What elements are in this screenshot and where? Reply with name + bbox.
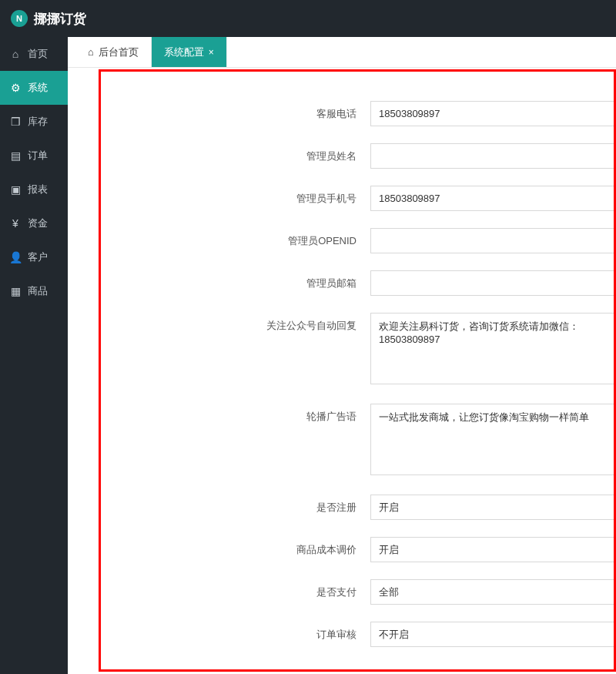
sidebar-icon: 👤 xyxy=(9,251,22,263)
field-input[interactable] xyxy=(370,537,614,562)
field-wrap xyxy=(370,495,614,520)
field-label: 商品成本调价 xyxy=(101,537,370,557)
topbar: N 挪挪订货 xyxy=(0,0,616,37)
tab-label: 后台首页 xyxy=(99,45,139,59)
close-icon[interactable]: × xyxy=(209,47,214,58)
form-row: 商品成本调价 xyxy=(101,537,614,562)
field-wrap xyxy=(370,270,614,296)
sidebar-item-1[interactable]: ⚙系统 xyxy=(0,71,68,105)
form-row: 管理员OPENID xyxy=(101,228,614,253)
logo-icon: N xyxy=(11,10,28,27)
sidebar-item-5[interactable]: ¥资金 xyxy=(0,206,68,240)
field-label: 管理员姓名 xyxy=(101,143,370,163)
sidebar-item-label: 商品 xyxy=(28,284,48,298)
field-wrap xyxy=(370,228,614,253)
home-icon: ⌂ xyxy=(88,46,94,58)
sidebar-item-label: 订单 xyxy=(28,149,48,163)
form-row: 管理员邮箱 xyxy=(101,270,614,296)
field-input[interactable] xyxy=(370,143,614,169)
tab-0[interactable]: ⌂后台首页 xyxy=(75,37,152,67)
field-input[interactable] xyxy=(370,622,614,647)
field-input[interactable] xyxy=(370,495,614,520)
field-input[interactable] xyxy=(370,579,614,605)
field-wrap xyxy=(370,622,614,647)
app-name: 挪挪订货 xyxy=(34,10,86,28)
field-wrap xyxy=(370,101,614,126)
sidebar-item-label: 客户 xyxy=(28,250,48,264)
tab-1[interactable]: 系统配置× xyxy=(152,37,227,67)
field-label: 轮播广告语 xyxy=(101,404,370,424)
sidebar-icon: ¥ xyxy=(9,217,22,230)
sidebar-icon: ⌂ xyxy=(9,48,22,60)
field-wrap xyxy=(370,313,614,387)
form-row: 是否注册 xyxy=(101,495,614,520)
field-label: 客服电话 xyxy=(101,101,370,121)
field-label: 是否注册 xyxy=(101,495,370,515)
field-input[interactable] xyxy=(370,186,614,211)
brand: N 挪挪订货 xyxy=(11,10,86,28)
form-row: 是否支付 xyxy=(101,579,614,605)
tab-bar: ⌂后台首页系统配置× xyxy=(68,37,616,68)
field-wrap xyxy=(370,404,614,478)
field-input[interactable] xyxy=(370,228,614,253)
field-wrap xyxy=(370,143,614,169)
sidebar-item-4[interactable]: ▣报表 xyxy=(0,173,68,206)
sidebar-item-label: 首页 xyxy=(28,47,48,61)
field-wrap xyxy=(370,579,614,605)
sidebar: ⌂首页⚙系统❒库存▤订单▣报表¥资金👤客户▦商品 xyxy=(0,37,68,674)
content: ⌂后台首页系统配置× 客服电话管理员姓名管理员手机号管理员OPENID管理员邮箱… xyxy=(68,37,616,674)
tab-label: 系统配置 xyxy=(164,45,204,59)
sidebar-item-3[interactable]: ▤订单 xyxy=(0,139,68,173)
sidebar-icon: ❒ xyxy=(9,116,22,128)
form-row: 管理员姓名 xyxy=(101,143,614,169)
field-label: 管理员邮箱 xyxy=(101,270,370,290)
form-row: 轮播广告语 xyxy=(101,404,614,478)
form-row: 管理员手机号 xyxy=(101,186,614,211)
sidebar-item-7[interactable]: ▦商品 xyxy=(0,274,68,308)
sidebar-icon: ▣ xyxy=(9,183,22,196)
field-input[interactable] xyxy=(370,313,614,384)
field-label: 管理员OPENID xyxy=(101,228,370,248)
field-label: 管理员手机号 xyxy=(101,186,370,206)
field-label: 订单审核 xyxy=(101,622,370,642)
field-label: 关注公众号自动回复 xyxy=(101,313,370,333)
sidebar-item-0[interactable]: ⌂首页 xyxy=(0,37,68,71)
sidebar-item-label: 报表 xyxy=(28,183,48,196)
field-wrap xyxy=(370,537,614,562)
field-wrap xyxy=(370,186,614,211)
sidebar-icon: ▦ xyxy=(9,285,22,297)
field-label: 是否支付 xyxy=(101,579,370,599)
sidebar-item-label: 库存 xyxy=(28,115,48,129)
sidebar-item-label: 系统 xyxy=(28,81,48,95)
sidebar-item-6[interactable]: 👤客户 xyxy=(0,240,68,274)
field-input[interactable] xyxy=(370,270,614,296)
sidebar-icon: ⚙ xyxy=(9,82,22,94)
sidebar-icon: ▤ xyxy=(9,149,22,162)
field-input[interactable] xyxy=(370,404,614,475)
form-row: 客服电话 xyxy=(101,101,614,126)
highlight-box: 客服电话管理员姓名管理员手机号管理员OPENID管理员邮箱关注公众号自动回复轮播… xyxy=(99,69,616,672)
form-row: 订单审核 xyxy=(101,622,614,647)
sidebar-item-2[interactable]: ❒库存 xyxy=(0,105,68,139)
sidebar-item-label: 资金 xyxy=(28,216,48,230)
form-area: 客服电话管理员姓名管理员手机号管理员OPENID管理员邮箱关注公众号自动回复轮播… xyxy=(68,68,616,674)
field-input[interactable] xyxy=(370,101,614,126)
form-row: 关注公众号自动回复 xyxy=(101,313,614,387)
